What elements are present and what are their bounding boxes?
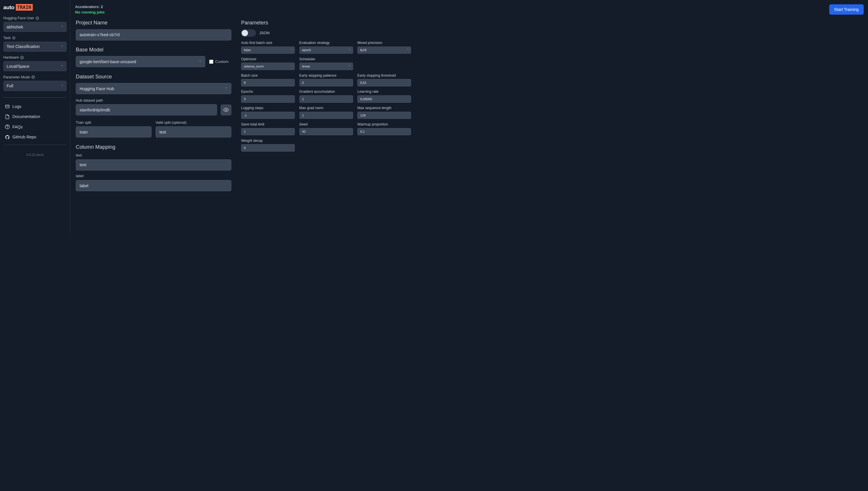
optimizer-label: Optimizer [241, 57, 295, 61]
info-icon[interactable]: i [20, 56, 24, 59]
task-label: Task [3, 36, 11, 40]
learning-rate-label: Learning rate [357, 90, 411, 94]
valid-split-input[interactable] [156, 126, 231, 138]
accelerators-status: Accelerators: 2 [75, 4, 105, 10]
custom-label: Custom [215, 59, 229, 64]
valid-split-label: Valid split (optional) [156, 121, 231, 125]
weight-decay-label: Weight decay [241, 139, 295, 143]
parameters-title: Parameters [241, 20, 411, 26]
base-model-label: Base Model [76, 47, 231, 53]
colmap-text-input[interactable] [76, 160, 231, 171]
colmap-text-label: text: [76, 153, 231, 157]
task-select[interactable]: Text Classification [3, 41, 67, 52]
column-mapping-label: Column Mapping [76, 144, 231, 150]
seed-label: Seed [299, 122, 353, 126]
epochs-label: Epochs [241, 90, 295, 94]
nav-github-label: GitHub Repo [12, 135, 36, 139]
logo: auto TRAIN [3, 4, 67, 11]
max-seq-len-input[interactable] [357, 112, 411, 119]
nav-faqs[interactable]: FAQs [3, 122, 67, 132]
nav-docs-label: Documentation [12, 114, 40, 119]
version-text: 0.8.22.dev0 [3, 153, 67, 156]
batch-size-input[interactable] [241, 79, 295, 86]
info-icon[interactable]: i [12, 36, 16, 40]
svg-point-4 [225, 109, 227, 111]
hub-path-label: Hub dataset path [76, 98, 231, 103]
max-grad-norm-input[interactable] [299, 112, 353, 119]
mixed-precision-select[interactable]: fp16 [357, 47, 411, 54]
logs-icon [5, 104, 10, 109]
warmup-label: Warmup proportion [357, 122, 411, 126]
early-stop-patience-input[interactable] [299, 79, 353, 86]
user-label: Hugging Face User [3, 16, 34, 20]
base-model-select[interactable]: google-bert/bert-base-uncased [76, 56, 205, 67]
auto-batch-label: Auto find batch size [241, 41, 295, 45]
scheduler-select[interactable]: linear [299, 63, 353, 70]
weight-decay-input[interactable] [241, 144, 295, 152]
max-grad-norm-label: Max grad norm [299, 106, 353, 110]
logging-steps-input[interactable] [241, 112, 295, 119]
grad-accum-input[interactable] [299, 95, 353, 103]
info-icon[interactable]: i [36, 17, 39, 20]
learning-rate-input[interactable] [357, 95, 411, 103]
dataset-source-select[interactable]: Hugging Face Hub [76, 83, 231, 94]
docs-icon [5, 114, 10, 119]
early-stop-patience-label: Early stopping patience [299, 74, 353, 78]
train-split-input[interactable] [76, 126, 152, 138]
hardware-label: Hardware [3, 55, 19, 59]
nav-faqs-label: FAQs [12, 125, 23, 129]
user-select[interactable]: abhishek [3, 22, 67, 32]
project-name-input[interactable] [76, 29, 231, 40]
hub-path-input[interactable] [76, 104, 217, 115]
eye-icon [223, 107, 229, 113]
warmup-input[interactable] [357, 128, 411, 136]
svg-point-3 [7, 128, 7, 128]
preview-dataset-button[interactable] [221, 105, 231, 115]
seed-input[interactable] [299, 128, 353, 136]
logo-train: TRAIN [16, 4, 33, 11]
nav-github[interactable]: GitHub Repo [3, 132, 67, 142]
batch-size-label: Batch size [241, 74, 295, 78]
svg-rect-0 [5, 105, 9, 108]
jobs-status: No running jobs [75, 10, 105, 15]
eval-strategy-label: Evaluation strategy [299, 41, 353, 45]
optimizer-select[interactable]: adamw_torch [241, 63, 295, 70]
hardware-select[interactable]: Local/Space [3, 61, 67, 71]
logo-auto: auto [3, 4, 14, 11]
json-toggle[interactable] [241, 29, 256, 37]
project-name-label: Project Name [76, 20, 231, 26]
custom-checkbox[interactable] [209, 60, 213, 64]
toggle-knob [242, 30, 248, 36]
json-toggle-label: JSON [259, 31, 270, 35]
early-stop-threshold-input[interactable] [357, 79, 411, 86]
mixed-precision-label: Mixed precision [357, 41, 411, 45]
save-total-limit-input[interactable] [241, 128, 295, 136]
param-mode-label: Parameter Mode [3, 75, 30, 79]
auto-batch-select[interactable]: false [241, 47, 295, 54]
early-stop-threshold-label: Early stopping threshold [357, 74, 411, 78]
nav-logs-label: Logs [12, 104, 21, 109]
eval-strategy-select[interactable]: epoch [299, 47, 353, 54]
dataset-source-label: Dataset Source [76, 74, 231, 80]
nav-logs[interactable]: Logs [3, 102, 67, 111]
grad-accum-label: Gradient accumulation [299, 90, 353, 94]
logging-steps-label: Logging steps [241, 106, 295, 110]
max-seq-len-label: Max sequence length [357, 106, 411, 110]
colmap-label-label: label: [76, 174, 231, 178]
scheduler-label: Scheduler [299, 57, 353, 61]
nav-docs[interactable]: Documentation [3, 112, 67, 122]
divider [3, 145, 67, 145]
epochs-input[interactable] [241, 95, 295, 103]
faqs-icon [5, 124, 10, 129]
github-icon [5, 134, 10, 140]
save-total-limit-label: Save total limit [241, 122, 295, 126]
info-icon[interactable]: i [31, 75, 35, 79]
colmap-label-input[interactable] [76, 180, 231, 191]
train-split-label: Train split [76, 121, 152, 125]
param-mode-select[interactable]: Full [3, 81, 67, 91]
